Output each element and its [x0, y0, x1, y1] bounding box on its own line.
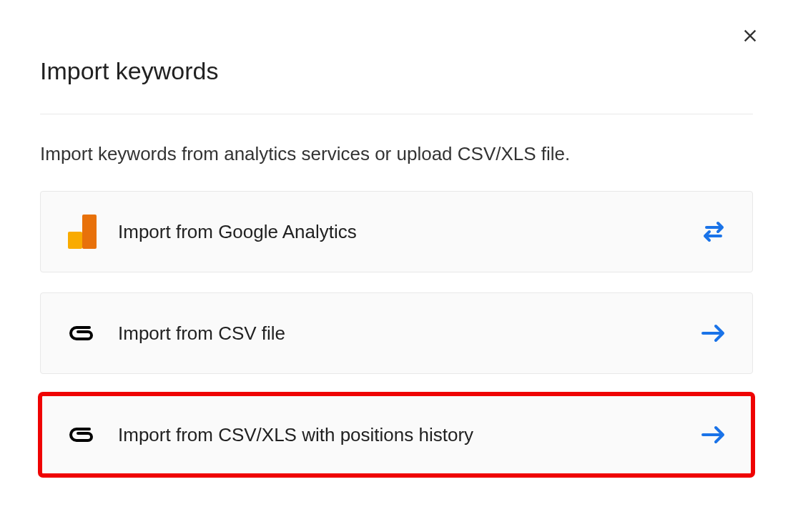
svg-rect-1 [68, 232, 82, 249]
attachment-icon [67, 419, 98, 450]
dialog-subtitle: Import keywords from analytics services … [40, 143, 753, 165]
option-label: Import from CSV/XLS with positions histo… [118, 424, 701, 446]
svg-rect-0 [82, 215, 97, 249]
option-label: Import from CSV file [118, 322, 701, 345]
close-icon [740, 26, 760, 46]
option-google-analytics[interactable]: Import from Google Analytics [40, 191, 753, 272]
import-keywords-dialog: Import keywords Import keywords from ana… [0, 0, 793, 532]
arrow-right-icon [701, 422, 726, 448]
close-button[interactable] [736, 21, 764, 50]
option-label: Import from Google Analytics [118, 221, 701, 243]
option-csv-file[interactable]: Import from CSV file [40, 292, 753, 374]
dialog-title: Import keywords [40, 57, 753, 85]
google-analytics-icon [67, 216, 98, 247]
arrow-right-icon [701, 320, 726, 346]
option-csv-xls-history[interactable]: Import from CSV/XLS with positions histo… [40, 394, 753, 476]
divider [40, 114, 753, 114]
attachment-icon [67, 317, 98, 349]
swap-arrows-icon [701, 219, 726, 245]
